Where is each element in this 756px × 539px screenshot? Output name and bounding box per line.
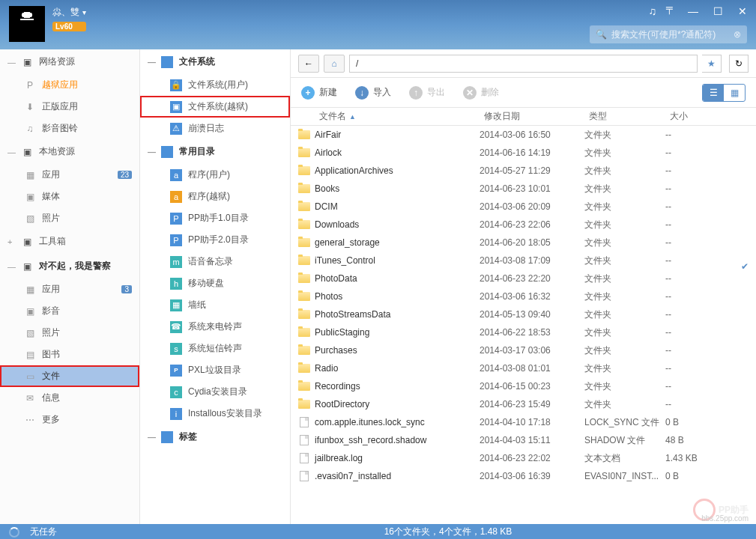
- list-view-button[interactable]: ☰: [703, 85, 724, 101]
- delete-button[interactable]: ✕删除: [463, 86, 499, 100]
- sidebar-item[interactable]: ♫影音图铃: [0, 118, 139, 139]
- file-row[interactable]: Purchases2014-03-17 03:06文件夹--: [291, 341, 756, 359]
- export-button[interactable]: ↑导出: [409, 86, 445, 100]
- refresh-button[interactable]: ↻: [729, 55, 749, 73]
- tree-item[interactable]: PPXL垃圾目录: [140, 359, 290, 381]
- sidebar-section-header[interactable]: —▣对不起，我是警察✔: [0, 254, 139, 278]
- file-type: 文本文档: [584, 452, 665, 465]
- file-size: --: [665, 345, 725, 356]
- sidebar-item[interactable]: ⬇正版应用: [0, 96, 139, 118]
- file-row[interactable]: Recordings2014-06-15 00:23文件夹--: [291, 377, 756, 395]
- tree-group-header[interactable]: —标签: [140, 424, 290, 449]
- tree-item[interactable]: a程序(用户): [140, 164, 290, 186]
- sidebar-item-label: 更多: [42, 413, 60, 426]
- sidebar-section-header[interactable]: —▣网络资源: [0, 49, 139, 74]
- sidebar-item[interactable]: ▧照片: [0, 322, 139, 344]
- col-size[interactable]: 大小: [664, 110, 724, 123]
- folder-icon: [298, 310, 310, 319]
- col-type[interactable]: 类型: [583, 110, 664, 123]
- sidebar-item[interactable]: ⋯更多: [0, 409, 139, 430]
- file-row[interactable]: Radio2014-03-08 01:01文件夹--: [291, 359, 756, 377]
- tree-item[interactable]: 🔒文件系统(用户): [140, 74, 290, 96]
- file-size: --: [665, 183, 725, 194]
- file-row[interactable]: Photos2014-03-06 16:32文件夹--: [291, 287, 756, 305]
- sidebar-section-header[interactable]: —▣本地资源: [0, 139, 139, 164]
- close-button[interactable]: ✕: [735, 5, 750, 17]
- menu-icon[interactable]: 〒: [665, 4, 676, 18]
- tree-item-icon: a: [170, 169, 182, 181]
- tree-group-header[interactable]: —文件系统: [140, 49, 290, 74]
- file-row[interactable]: Airlock2014-06-16 14:19文件夹--: [291, 144, 756, 162]
- content-area: ← ⌂ / ★ ↻ +新建 ↓导入 ↑导出 ✕删除 ☰ ▦ 文件名▲ 修改日期 …: [291, 49, 756, 524]
- file-row[interactable]: general_storage2014-06-20 18:05文件夹--: [291, 234, 756, 252]
- file-row[interactable]: AirFair2014-03-06 16:50文件夹--: [291, 126, 756, 144]
- tree-item[interactable]: ▣文件系统(越狱): [140, 96, 290, 118]
- tree-item-icon: P: [170, 234, 182, 246]
- tree-item[interactable]: a程序(越狱): [140, 186, 290, 207]
- tree-item-icon: 🔒: [170, 79, 182, 91]
- file-row[interactable]: RootDirectory2014-06-23 15:49文件夹--: [291, 395, 756, 413]
- file-row[interactable]: jailbreak.log2014-06-23 22:02文本文档1.43 KB: [291, 449, 756, 467]
- sidebar-item[interactable]: ▧照片: [0, 207, 139, 229]
- minimize-button[interactable]: —: [685, 5, 701, 17]
- tree-group-header[interactable]: —常用目录: [140, 139, 290, 164]
- file-row[interactable]: com.apple.itunes.lock_sync2014-04-10 17:…: [291, 413, 756, 431]
- bookmark-button[interactable]: ★: [702, 55, 722, 73]
- file-row[interactable]: PhotoStreamsData2014-05-13 09:40文件夹--: [291, 305, 756, 323]
- tree-item[interactable]: PPP助手2.0目录: [140, 229, 290, 251]
- col-date[interactable]: 修改日期: [478, 110, 583, 123]
- sidebar-item[interactable]: ▤图书: [0, 344, 139, 365]
- maximize-button[interactable]: ☐: [710, 5, 726, 17]
- back-button[interactable]: ←: [298, 55, 319, 73]
- sidebar-item[interactable]: P越狱应用: [0, 74, 139, 96]
- tree-item[interactable]: ⚠崩溃日志: [140, 118, 290, 139]
- avatar[interactable]: [9, 6, 45, 42]
- sidebar-section-header[interactable]: +▣工具箱: [0, 229, 139, 254]
- clear-icon[interactable]: ⊗: [734, 29, 741, 40]
- file-row[interactable]: PublicStaging2014-06-22 18:53文件夹--: [291, 323, 756, 341]
- file-row[interactable]: Books2014-06-23 10:01文件夹--: [291, 180, 756, 198]
- tree-item-icon: ▦: [170, 299, 182, 311]
- sidebar-item[interactable]: ▣媒体: [0, 186, 139, 207]
- sidebar-item[interactable]: ✉信息: [0, 387, 139, 409]
- file-row[interactable]: DCIM2014-03-06 20:09文件夹--: [291, 198, 756, 216]
- tree-item[interactable]: ☎系统来电铃声: [140, 316, 290, 338]
- file-row[interactable]: ApplicationArchives2014-05-27 11:29文件夹--: [291, 162, 756, 180]
- tree-item[interactable]: iInstallous安装目录: [140, 403, 290, 424]
- file-row[interactable]: ifunbox_ssh_record.shadow2014-04-03 15:1…: [291, 431, 756, 449]
- file-date: 2014-06-23 22:02: [480, 453, 584, 463]
- file-date: 2014-06-22 18:53: [480, 327, 584, 338]
- tree-item-label: 崩溃日志: [188, 122, 224, 135]
- grid-view-button[interactable]: ▦: [724, 85, 745, 101]
- file-row[interactable]: Downloads2014-06-23 22:06文件夹--: [291, 216, 756, 234]
- sidebar-item-label: 影音: [42, 305, 60, 317]
- section-icon: ▣: [21, 236, 33, 248]
- file-date: 2014-04-03 15:11: [480, 435, 584, 445]
- file-row[interactable]: iTunes_Control2014-03-08 17:09文件夹--: [291, 252, 756, 270]
- tree-item[interactable]: cCydia安装目录: [140, 381, 290, 403]
- status-bar: 无任务 16个文件夹，4个文件，1.48 KB: [0, 524, 756, 539]
- sidebar-item[interactable]: ▣影音: [0, 300, 139, 322]
- file-name: jailbreak.log: [315, 453, 480, 463]
- tree-item[interactable]: s系统短信铃声: [140, 338, 290, 359]
- sidebar-item[interactable]: ▦应用3: [0, 278, 139, 300]
- dropdown-icon[interactable]: ▾: [82, 8, 86, 16]
- import-button[interactable]: ↓导入: [355, 86, 391, 100]
- file-type: 文件夹: [584, 255, 665, 267]
- path-input[interactable]: /: [349, 55, 698, 73]
- search-box[interactable]: 🔍 ⊗: [590, 25, 747, 43]
- file-type: 文件夹: [584, 380, 665, 393]
- file-row[interactable]: PhotoData2014-06-23 22:20文件夹--: [291, 270, 756, 287]
- tree-item[interactable]: ▦墙纸: [140, 294, 290, 316]
- col-name[interactable]: 文件名▲: [313, 110, 478, 123]
- search-input[interactable]: [611, 29, 734, 40]
- home-button[interactable]: ⌂: [324, 55, 345, 73]
- music-icon[interactable]: ♫: [649, 5, 657, 17]
- tree-item[interactable]: PPP助手1.0目录: [140, 207, 290, 229]
- file-row[interactable]: .evasi0n7_installed2014-03-06 16:39EVASI…: [291, 467, 756, 485]
- sidebar-item[interactable]: ▭文件: [0, 365, 139, 387]
- sidebar-item[interactable]: ▦应用23: [0, 164, 139, 186]
- tree-item[interactable]: m语音备忘录: [140, 251, 290, 272]
- new-button[interactable]: +新建: [301, 86, 337, 100]
- tree-item[interactable]: h移动硬盘: [140, 272, 290, 294]
